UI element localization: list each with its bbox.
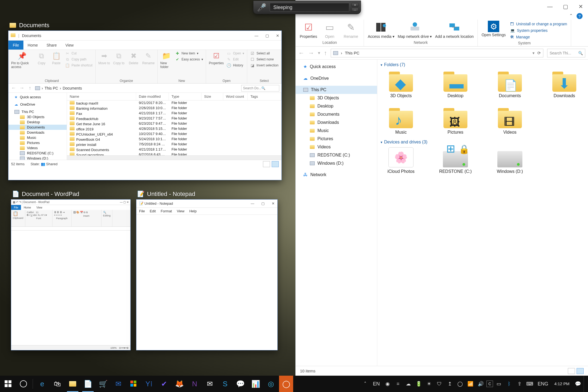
col-name[interactable]: Name — [67, 93, 136, 100]
taskbar-app2[interactable]: ◎ — [264, 376, 278, 392]
speech-minimize-icon[interactable]: — — [351, 8, 359, 12]
taskbar-store[interactable]: 🛍 — [50, 376, 65, 392]
menu-edit[interactable]: Edit — [150, 209, 156, 213]
crumb-thispc[interactable]: This PC — [45, 86, 58, 90]
pin-quick-access-button[interactable]: 📌Pin to Quick access — [11, 51, 33, 69]
tray-chevron-up-icon[interactable]: ˄ — [360, 376, 370, 392]
crumb-documents[interactable]: Documents — [63, 86, 82, 90]
map-network-drive-button[interactable]: Map network drive ▾ — [398, 21, 432, 39]
folders-section-header[interactable]: ▾Folders (7) — [381, 62, 585, 67]
copy-to-button[interactable]: ⧉Copy to — [113, 51, 125, 65]
open-button[interactable]: ▭Open ▾ — [226, 51, 244, 56]
crumb-thispc[interactable]: This PC — [345, 51, 359, 55]
minimize-icon[interactable]: — — [547, 4, 553, 10]
action-center-icon[interactable]: 💬 — [573, 376, 583, 392]
tab-view[interactable]: View — [61, 41, 78, 50]
taskview-wordpad[interactable]: 📄 Document - WordPad ▦ ↶ ↷ | Document - … — [11, 191, 131, 350]
tray-volume-icon[interactable]: 🔊 — [476, 376, 485, 392]
access-media-button[interactable]: Access media ▾ — [368, 21, 394, 39]
notepad-window-thumb[interactable]: 📝 Untitled - Notepad —▢✕ File Edit Forma… — [136, 199, 278, 350]
help-icon[interactable]: ? — [577, 13, 583, 19]
file-row[interactable]: PCUnlocker_UEFI_x6410/2/2017 9:40 AMFile… — [67, 131, 281, 137]
tray-circle-icon[interactable]: ◯ — [455, 376, 465, 392]
taskview-documents[interactable]: Documents | Documents — ▢ ✕ File Home Sh… — [8, 22, 282, 180]
taskbar[interactable]: e 🛍 📄 🛒 ✉ Y⁞ ✔ 🦊 N ✉ S 💬 📊 ◎ ◯ ˄ EN ◉ ⌗ … — [0, 376, 588, 392]
folder-pictures[interactable]: 🖼Pictures — [435, 106, 476, 135]
system-properties-link[interactable]: 💻System properties — [510, 28, 567, 33]
tray-app-icon[interactable]: ⌗ — [393, 376, 403, 392]
taskbar-explorer[interactable] — [66, 376, 80, 392]
nav-documents[interactable]: Documents — [27, 125, 45, 129]
nav-pictures[interactable]: Pictures — [27, 141, 40, 145]
maximize-icon[interactable]: ▢ — [563, 3, 568, 10]
properties-button[interactable]: ☑Properties — [209, 51, 224, 65]
folder-documents[interactable]: 📄Documents — [489, 70, 530, 98]
easy-access-button[interactable]: ✔Easy access ▾ — [175, 57, 203, 62]
address-crumb[interactable]: › This PC ▾ ⟳ — [331, 49, 543, 57]
tab-file[interactable]: File — [8, 41, 23, 50]
tray-usb-icon[interactable]: ⇪ — [515, 376, 524, 392]
nav-music[interactable]: Music — [27, 136, 36, 140]
breadcrumb[interactable]: › This PC › Documents — [35, 86, 82, 90]
file-row[interactable]: Fax4/21/2018 1:17 PMFile folder — [67, 111, 281, 116]
edit-button[interactable]: ✎Edit — [226, 57, 244, 62]
nav-downloads[interactable]: Downloads — [27, 130, 44, 134]
col-date[interactable]: Date modified — [136, 93, 169, 100]
file-row[interactable]: Sound recordings6/7/2018 6:43 AMFile fol… — [67, 152, 281, 155]
tray-battery-icon[interactable]: 🔋 — [414, 376, 423, 392]
pasteshort-button[interactable]: 📋Paste shortcut — [65, 63, 93, 68]
nav-up-icon[interactable]: ↑ — [27, 85, 33, 91]
properties-button[interactable]: ☑Properties — [299, 21, 317, 39]
file-row[interactable]: PowerBook G45/24/2018 10:13 PMFile folde… — [67, 137, 281, 142]
tray-keyboard-icon[interactable]: ⌨ — [525, 376, 534, 392]
uninstall-link[interactable]: 🗔Uninstall or change a program — [510, 22, 567, 26]
add-network-location-button[interactable]: Add a network location — [435, 21, 474, 39]
tray-c-icon[interactable]: C — [486, 381, 493, 387]
explorer-window[interactable]: — ▢ ✕ ⌃ ? ☑Properties ▭Open ✎Rename Loca… — [295, 0, 588, 376]
file-row[interactable]: printer install7/5/2018 8:24 PMFile fold… — [67, 142, 281, 147]
nav-onedrive[interactable]: OneDrive — [310, 76, 329, 81]
start-button[interactable] — [1, 376, 15, 392]
new-item-button[interactable]: ✚New item ▾ — [175, 51, 203, 56]
nav-quick[interactable]: Quick access — [20, 95, 41, 99]
paste-button[interactable]: 📋Paste — [50, 51, 62, 65]
nav-3d[interactable]: 3D Objects — [27, 115, 44, 119]
nav-forward-icon[interactable]: → — [308, 50, 314, 57]
file-list[interactable]: backup maxIII9/21/2017 8:20 AMFile folde… — [67, 100, 281, 155]
nav-onedrive[interactable]: OneDrive — [20, 102, 35, 106]
nav-up-icon[interactable]: ↑ — [324, 50, 327, 57]
speech-recognition-widget[interactable]: 🎤 Sleeping ✕ — — [253, 1, 361, 14]
nav-videos[interactable]: Videos — [317, 145, 331, 149]
search-input[interactable]: Search Thi... 🔍 — [547, 49, 585, 57]
tray-location-icon[interactable]: ◉ — [383, 376, 392, 392]
nav-back-icon[interactable]: ← — [298, 50, 304, 57]
maximize-icon[interactable]: ▢ — [265, 33, 269, 38]
taskbar-onenote[interactable]: N — [188, 376, 202, 392]
taskbar-edge[interactable]: e — [35, 376, 49, 392]
tray-defender-icon[interactable]: 🛡 — [435, 376, 444, 392]
nav-redstone[interactable]: REDSTONE (C:) — [317, 153, 350, 158]
refresh-icon[interactable]: ⟳ — [537, 51, 541, 56]
nav-forward-icon[interactable]: → — [19, 85, 25, 91]
file-row[interactable]: office 20194/28/2018 5:15 PMFile folder — [67, 126, 281, 131]
tray-up-icon[interactable]: ↥ — [445, 376, 454, 392]
new-folder-button[interactable]: 📁New folder — [160, 51, 172, 69]
nav-thispc[interactable]: This PC — [22, 110, 34, 114]
view-large-button[interactable] — [272, 161, 279, 167]
taskbar-mail[interactable]: ✉ — [203, 376, 217, 392]
maximize-icon[interactable]: ▢ — [261, 201, 265, 206]
taskbar-clock[interactable]: 4:12 PM — [552, 381, 572, 386]
taskbar-skype[interactable]: S — [218, 376, 232, 392]
nav-back-icon[interactable]: ← — [11, 85, 17, 91]
folder-videos[interactable]: 🎞Videos — [489, 106, 530, 135]
copy-button[interactable]: ⧉Copy — [36, 51, 48, 65]
cut-button[interactable]: ✂Cut — [65, 51, 93, 56]
taskbar-todo[interactable]: ✔ — [157, 376, 171, 392]
tab-home[interactable]: Home — [23, 41, 42, 50]
taskbar-app1[interactable]: 📊 — [249, 376, 263, 392]
col-word[interactable]: Word count — [223, 93, 248, 100]
close-icon[interactable]: ✕ — [272, 201, 275, 206]
tab-home[interactable]: Home — [21, 205, 34, 210]
nav-windowsd[interactable]: Windows (D:) — [317, 161, 344, 166]
nav-desktop[interactable]: Desktop — [27, 120, 40, 124]
